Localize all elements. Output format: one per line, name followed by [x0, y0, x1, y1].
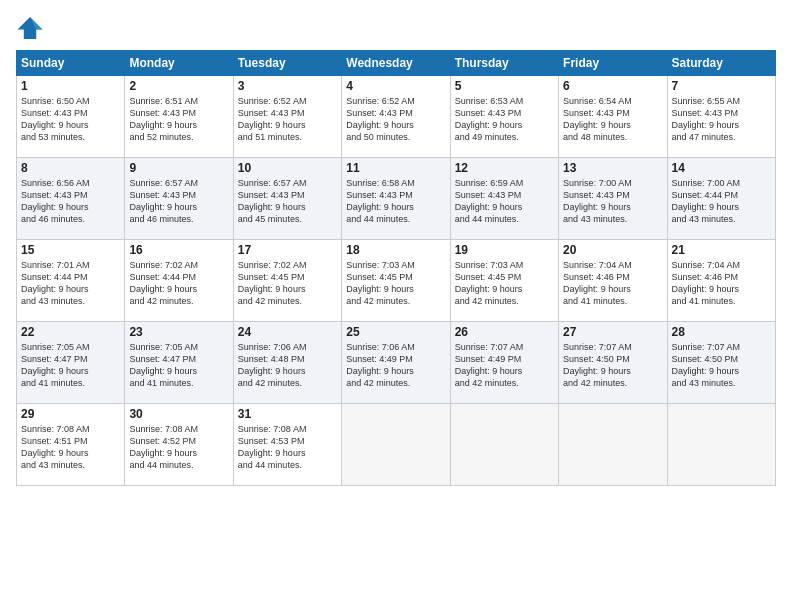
calendar-cell: 29Sunrise: 7:08 AMSunset: 4:51 PMDayligh…	[17, 404, 125, 486]
day-number: 17	[238, 243, 337, 257]
calendar-week-row: 22Sunrise: 7:05 AMSunset: 4:47 PMDayligh…	[17, 322, 776, 404]
cell-info: Sunrise: 6:56 AMSunset: 4:43 PMDaylight:…	[21, 177, 120, 226]
day-number: 11	[346, 161, 445, 175]
calendar-cell: 26Sunrise: 7:07 AMSunset: 4:49 PMDayligh…	[450, 322, 558, 404]
calendar-page: SundayMondayTuesdayWednesdayThursdayFrid…	[0, 0, 792, 612]
day-number: 20	[563, 243, 662, 257]
day-number: 1	[21, 79, 120, 93]
calendar-table: SundayMondayTuesdayWednesdayThursdayFrid…	[16, 50, 776, 486]
day-number: 26	[455, 325, 554, 339]
day-number: 13	[563, 161, 662, 175]
day-number: 10	[238, 161, 337, 175]
cell-info: Sunrise: 7:03 AMSunset: 4:45 PMDaylight:…	[346, 259, 445, 308]
header	[16, 14, 776, 42]
cell-info: Sunrise: 7:04 AMSunset: 4:46 PMDaylight:…	[672, 259, 771, 308]
cell-info: Sunrise: 7:06 AMSunset: 4:48 PMDaylight:…	[238, 341, 337, 390]
calendar-cell: 22Sunrise: 7:05 AMSunset: 4:47 PMDayligh…	[17, 322, 125, 404]
calendar-cell: 8Sunrise: 6:56 AMSunset: 4:43 PMDaylight…	[17, 158, 125, 240]
day-number: 28	[672, 325, 771, 339]
cell-info: Sunrise: 7:01 AMSunset: 4:44 PMDaylight:…	[21, 259, 120, 308]
day-number: 14	[672, 161, 771, 175]
day-number: 9	[129, 161, 228, 175]
calendar-cell	[450, 404, 558, 486]
calendar-cell: 17Sunrise: 7:02 AMSunset: 4:45 PMDayligh…	[233, 240, 341, 322]
cell-info: Sunrise: 6:57 AMSunset: 4:43 PMDaylight:…	[129, 177, 228, 226]
calendar-cell: 1Sunrise: 6:50 AMSunset: 4:43 PMDaylight…	[17, 76, 125, 158]
weekday-header: Monday	[125, 51, 233, 76]
cell-info: Sunrise: 6:55 AMSunset: 4:43 PMDaylight:…	[672, 95, 771, 144]
cell-info: Sunrise: 6:52 AMSunset: 4:43 PMDaylight:…	[346, 95, 445, 144]
weekday-header: Saturday	[667, 51, 775, 76]
calendar-cell: 16Sunrise: 7:02 AMSunset: 4:44 PMDayligh…	[125, 240, 233, 322]
day-number: 24	[238, 325, 337, 339]
cell-info: Sunrise: 7:05 AMSunset: 4:47 PMDaylight:…	[21, 341, 120, 390]
day-number: 19	[455, 243, 554, 257]
calendar-cell: 19Sunrise: 7:03 AMSunset: 4:45 PMDayligh…	[450, 240, 558, 322]
cell-info: Sunrise: 7:06 AMSunset: 4:49 PMDaylight:…	[346, 341, 445, 390]
day-number: 8	[21, 161, 120, 175]
cell-info: Sunrise: 6:50 AMSunset: 4:43 PMDaylight:…	[21, 95, 120, 144]
calendar-cell	[342, 404, 450, 486]
day-number: 18	[346, 243, 445, 257]
cell-info: Sunrise: 7:07 AMSunset: 4:50 PMDaylight:…	[563, 341, 662, 390]
calendar-cell: 21Sunrise: 7:04 AMSunset: 4:46 PMDayligh…	[667, 240, 775, 322]
cell-info: Sunrise: 7:02 AMSunset: 4:45 PMDaylight:…	[238, 259, 337, 308]
cell-info: Sunrise: 6:53 AMSunset: 4:43 PMDaylight:…	[455, 95, 554, 144]
calendar-cell: 3Sunrise: 6:52 AMSunset: 4:43 PMDaylight…	[233, 76, 341, 158]
calendar-cell: 30Sunrise: 7:08 AMSunset: 4:52 PMDayligh…	[125, 404, 233, 486]
calendar-cell: 11Sunrise: 6:58 AMSunset: 4:43 PMDayligh…	[342, 158, 450, 240]
weekday-header: Sunday	[17, 51, 125, 76]
calendar-cell: 15Sunrise: 7:01 AMSunset: 4:44 PMDayligh…	[17, 240, 125, 322]
cell-info: Sunrise: 7:08 AMSunset: 4:51 PMDaylight:…	[21, 423, 120, 472]
calendar-cell: 27Sunrise: 7:07 AMSunset: 4:50 PMDayligh…	[559, 322, 667, 404]
calendar-cell	[559, 404, 667, 486]
calendar-week-row: 15Sunrise: 7:01 AMSunset: 4:44 PMDayligh…	[17, 240, 776, 322]
calendar-week-row: 1Sunrise: 6:50 AMSunset: 4:43 PMDaylight…	[17, 76, 776, 158]
cell-info: Sunrise: 7:00 AMSunset: 4:43 PMDaylight:…	[563, 177, 662, 226]
day-number: 22	[21, 325, 120, 339]
calendar-cell: 12Sunrise: 6:59 AMSunset: 4:43 PMDayligh…	[450, 158, 558, 240]
calendar-cell: 10Sunrise: 6:57 AMSunset: 4:43 PMDayligh…	[233, 158, 341, 240]
calendar-cell: 20Sunrise: 7:04 AMSunset: 4:46 PMDayligh…	[559, 240, 667, 322]
day-number: 30	[129, 407, 228, 421]
logo	[16, 14, 48, 42]
day-number: 15	[21, 243, 120, 257]
day-number: 21	[672, 243, 771, 257]
calendar-cell: 24Sunrise: 7:06 AMSunset: 4:48 PMDayligh…	[233, 322, 341, 404]
calendar-week-row: 8Sunrise: 6:56 AMSunset: 4:43 PMDaylight…	[17, 158, 776, 240]
day-number: 23	[129, 325, 228, 339]
day-number: 25	[346, 325, 445, 339]
calendar-cell: 31Sunrise: 7:08 AMSunset: 4:53 PMDayligh…	[233, 404, 341, 486]
cell-info: Sunrise: 7:07 AMSunset: 4:49 PMDaylight:…	[455, 341, 554, 390]
weekday-header: Friday	[559, 51, 667, 76]
calendar-cell: 4Sunrise: 6:52 AMSunset: 4:43 PMDaylight…	[342, 76, 450, 158]
calendar-cell: 18Sunrise: 7:03 AMSunset: 4:45 PMDayligh…	[342, 240, 450, 322]
calendar-cell: 25Sunrise: 7:06 AMSunset: 4:49 PMDayligh…	[342, 322, 450, 404]
calendar-cell: 5Sunrise: 6:53 AMSunset: 4:43 PMDaylight…	[450, 76, 558, 158]
cell-info: Sunrise: 6:52 AMSunset: 4:43 PMDaylight:…	[238, 95, 337, 144]
cell-info: Sunrise: 6:58 AMSunset: 4:43 PMDaylight:…	[346, 177, 445, 226]
day-number: 29	[21, 407, 120, 421]
calendar-cell: 2Sunrise: 6:51 AMSunset: 4:43 PMDaylight…	[125, 76, 233, 158]
calendar-cell: 28Sunrise: 7:07 AMSunset: 4:50 PMDayligh…	[667, 322, 775, 404]
cell-info: Sunrise: 7:05 AMSunset: 4:47 PMDaylight:…	[129, 341, 228, 390]
calendar-cell: 23Sunrise: 7:05 AMSunset: 4:47 PMDayligh…	[125, 322, 233, 404]
cell-info: Sunrise: 7:04 AMSunset: 4:46 PMDaylight:…	[563, 259, 662, 308]
day-number: 31	[238, 407, 337, 421]
weekday-header-row: SundayMondayTuesdayWednesdayThursdayFrid…	[17, 51, 776, 76]
cell-info: Sunrise: 7:08 AMSunset: 4:52 PMDaylight:…	[129, 423, 228, 472]
weekday-header: Tuesday	[233, 51, 341, 76]
day-number: 2	[129, 79, 228, 93]
calendar-cell: 9Sunrise: 6:57 AMSunset: 4:43 PMDaylight…	[125, 158, 233, 240]
calendar-cell	[667, 404, 775, 486]
calendar-cell: 14Sunrise: 7:00 AMSunset: 4:44 PMDayligh…	[667, 158, 775, 240]
cell-info: Sunrise: 6:51 AMSunset: 4:43 PMDaylight:…	[129, 95, 228, 144]
day-number: 7	[672, 79, 771, 93]
calendar-cell: 7Sunrise: 6:55 AMSunset: 4:43 PMDaylight…	[667, 76, 775, 158]
cell-info: Sunrise: 7:02 AMSunset: 4:44 PMDaylight:…	[129, 259, 228, 308]
cell-info: Sunrise: 7:03 AMSunset: 4:45 PMDaylight:…	[455, 259, 554, 308]
weekday-header: Wednesday	[342, 51, 450, 76]
weekday-header: Thursday	[450, 51, 558, 76]
cell-info: Sunrise: 6:54 AMSunset: 4:43 PMDaylight:…	[563, 95, 662, 144]
cell-info: Sunrise: 6:57 AMSunset: 4:43 PMDaylight:…	[238, 177, 337, 226]
